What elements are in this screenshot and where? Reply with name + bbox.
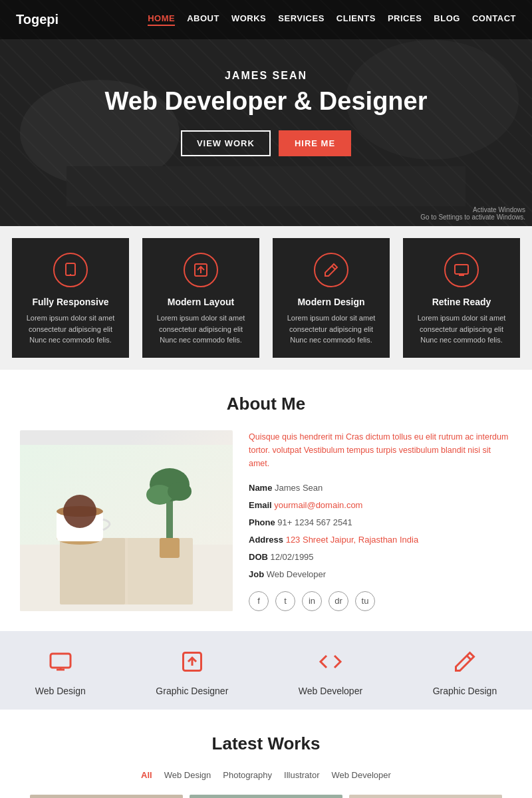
works-filter: All Web Design Photography Illustrator W… [20, 770, 512, 780]
about-text-content: Quisque quis hendrerit mi Cras dictum to… [249, 430, 512, 611]
svg-point-20 [63, 495, 96, 528]
facebook-icon[interactable]: f [249, 591, 269, 611]
skill-graphic-designer: Graphic Designer [156, 650, 228, 696]
skill-label-0: Web Design [35, 686, 86, 696]
web-design-icon [49, 650, 72, 679]
skill-label-2: Web Developer [299, 686, 362, 696]
skill-web-developer: Web Developer [299, 650, 362, 696]
svg-rect-42 [349, 795, 502, 799]
hire-me-button[interactable]: HIRE ME [279, 130, 351, 156]
feature-text-2: Lorem ipsum dolor sit amet consectetur a… [282, 313, 380, 346]
works-title: Latest Works [20, 733, 512, 754]
feature-icon-responsive [53, 253, 88, 287]
feature-title-3: Retine Ready [432, 297, 491, 307]
hero-section: Togepi HOME ABOUT WORKS SERVICES CLIENTS… [0, 0, 532, 226]
filter-web-design[interactable]: Web Design [164, 770, 211, 780]
about-image [20, 430, 233, 611]
feature-icon-design [314, 253, 348, 287]
about-title: About Me [20, 394, 512, 414]
instagram-icon[interactable]: in [302, 591, 322, 611]
page-container: Togepi HOME ABOUT WORKS SERVICES CLIENTS… [0, 0, 532, 798]
graphic-designer-icon [180, 650, 204, 679]
skill-web-design: Web Design [35, 650, 86, 696]
feature-text-0: Lorem ipsum dolor sit amet consectetur a… [21, 313, 120, 346]
hero-content: JAMES SEAN Web Developer & Designer VIEW… [104, 70, 427, 156]
hero-title: Web Developer & Designer [104, 87, 427, 116]
hero-name: JAMES SEAN [104, 70, 427, 82]
filter-illustrator[interactable]: Illustrator [284, 770, 319, 780]
view-work-button[interactable]: VIEW WORK [181, 130, 271, 156]
nav-about[interactable]: ABOUT [187, 13, 219, 26]
filter-all[interactable]: All [141, 770, 152, 780]
graphic-design-icon [453, 650, 477, 679]
feature-card-responsive: Fully Responsive Lorem ipsum dolor sit a… [12, 238, 129, 358]
feature-text-1: Lorem ipsum dolor sit amet consectetur a… [152, 313, 250, 346]
svg-rect-25 [160, 538, 180, 558]
work-thumb-1[interactable] [30, 795, 183, 799]
tumblr-icon[interactable]: tu [355, 591, 375, 611]
svg-rect-32 [30, 795, 183, 799]
nav-works[interactable]: WORKS [231, 13, 266, 26]
nav-clients[interactable]: CLIENTS [336, 13, 376, 26]
brand-logo: Togepi [16, 12, 59, 27]
svg-rect-4 [66, 263, 75, 275]
svg-point-24 [168, 482, 192, 501]
feature-text-3: Lorem ipsum dolor sit amet consectetur a… [412, 313, 511, 346]
feature-card-design: Modern Design Lorem ipsum dolor sit amet… [273, 238, 390, 358]
works-section: Latest Works All Web Design Photography … [0, 710, 532, 799]
web-developer-icon [319, 650, 342, 679]
filter-web-developer[interactable]: Web Developer [332, 770, 391, 780]
navbar: Togepi HOME ABOUT WORKS SERVICES CLIENTS… [0, 0, 532, 39]
about-inner: Quisque quis hendrerit mi Cras dictum to… [20, 430, 512, 611]
filter-photography[interactable]: Photography [223, 770, 272, 780]
features-section: Fully Responsive Lorem ipsum dolor sit a… [0, 226, 532, 370]
work-thumb-3[interactable] [349, 795, 502, 799]
feature-title-0: Fully Responsive [32, 297, 108, 307]
svg-line-8 [332, 266, 335, 269]
about-description: Quisque quis hendrerit mi Cras dictum to… [249, 430, 512, 470]
nav-prices[interactable]: PRICES [388, 13, 422, 26]
email-link[interactable]: yourmail@domain.com [274, 500, 362, 510]
svg-rect-26 [51, 654, 70, 668]
svg-rect-3 [66, 166, 466, 206]
social-icons: f t in dr tu [249, 591, 512, 611]
nav-links: HOME ABOUT WORKS SERVICES CLIENTS PRICES… [148, 13, 516, 26]
hero-buttons: VIEW WORK HIRE ME [104, 130, 427, 156]
feature-title-2: Modern Design [297, 297, 364, 307]
nav-blog[interactable]: BLOG [434, 13, 460, 26]
feature-icon-retine [444, 253, 479, 287]
nav-home[interactable]: HOME [148, 13, 175, 26]
feature-card-layout: Modern Layout Lorem ipsum dolor sit amet… [142, 238, 259, 358]
svg-line-31 [467, 656, 471, 660]
activate-windows-notice: Activate Windows Go to Settings to activ… [420, 206, 525, 221]
skill-graphic-design: Graphic Design [433, 650, 497, 696]
skill-label-3: Graphic Design [433, 686, 497, 696]
work-thumb-2[interactable] [190, 795, 342, 799]
feature-title-1: Modern Layout [168, 297, 234, 307]
skills-section: Web Design Graphic Designer Web Develope… [0, 631, 532, 710]
works-preview [20, 795, 512, 799]
twitter-icon[interactable]: t [275, 591, 295, 611]
about-section: About Me [0, 370, 532, 631]
nav-services[interactable]: SERVICES [278, 13, 325, 26]
nav-contact[interactable]: CONTACT [472, 13, 516, 26]
svg-rect-9 [455, 265, 468, 274]
feature-icon-layout [184, 253, 218, 287]
feature-card-retine: Retine Ready Lorem ipsum dolor sit amet … [403, 238, 520, 358]
dribbble-icon[interactable]: dr [329, 591, 348, 611]
skill-label-1: Graphic Designer [156, 686, 228, 696]
svg-rect-15 [60, 538, 125, 604]
svg-rect-38 [190, 795, 342, 799]
about-info: Name James Sean Email yourmail@domain.co… [249, 479, 512, 583]
